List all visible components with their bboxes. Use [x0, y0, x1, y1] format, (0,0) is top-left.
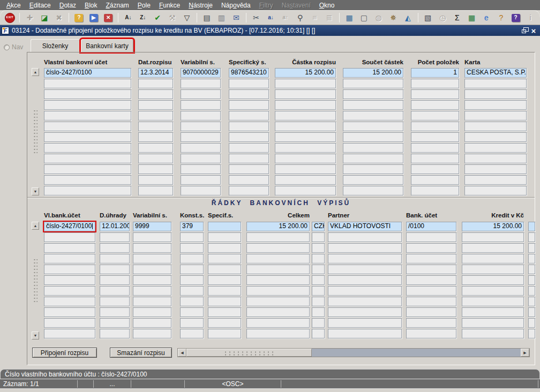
table-cell[interactable] [275, 111, 336, 120]
table-cell[interactable] [411, 79, 459, 88]
table-cell[interactable] [208, 275, 241, 285]
table-cell[interactable] [100, 254, 130, 263]
table-cell[interactable] [180, 307, 204, 317]
table-cell[interactable] [229, 164, 269, 174]
table-cell[interactable] [406, 243, 456, 253]
table-cell[interactable] [464, 122, 527, 131]
table-cell[interactable] [138, 79, 173, 88]
table-cell[interactable] [406, 297, 456, 306]
table-cell[interactable] [328, 232, 402, 242]
table-cell[interactable] [343, 186, 403, 195]
exit-button[interactable]: EXIT [3, 12, 16, 24]
table-cell[interactable] [462, 329, 524, 338]
menu-item-okno[interactable]: Okno [315, 1, 339, 10]
table-cell[interactable] [133, 265, 171, 274]
table-cell[interactable] [180, 254, 204, 263]
table-cell[interactable] [312, 329, 325, 338]
table-cell[interactable] [464, 132, 527, 142]
tab-slozenky[interactable]: Složenky [31, 39, 80, 52]
table-cell[interactable] [328, 297, 402, 306]
excel-icon[interactable]: ▦ [466, 12, 478, 24]
table-cell[interactable] [138, 111, 173, 120]
table-cell[interactable] [528, 318, 535, 328]
table-cell[interactable]: 1 [411, 68, 459, 78]
table-cell[interactable] [100, 275, 130, 285]
table-cell[interactable]: 15 200.00 [275, 68, 336, 78]
execute-query-icon[interactable]: ▶ [87, 12, 100, 24]
table-cell[interactable]: 15 200.00 [343, 68, 403, 78]
table-cell[interactable]: 379 [180, 222, 204, 231]
table-cell[interactable] [44, 232, 95, 242]
scroll-track[interactable] [32, 230, 39, 331]
print-icon[interactable]: ▤ [200, 12, 213, 24]
table-cell[interactable] [44, 286, 95, 296]
table-cell[interactable] [528, 265, 535, 274]
table-cell[interactable] [180, 286, 204, 296]
table-cell[interactable] [411, 89, 459, 99]
close-button[interactable]: × [529, 26, 538, 35]
table-cell[interactable] [343, 79, 403, 88]
table-cell[interactable] [44, 275, 95, 285]
table-cell[interactable] [462, 307, 524, 317]
table-cell[interactable]: 15 200.00 [462, 222, 524, 231]
table-cell[interactable] [138, 132, 173, 142]
sort-descending-icon[interactable]: Z↓ [137, 12, 149, 24]
table-cell[interactable] [411, 143, 459, 153]
table-cell[interactable] [343, 175, 403, 185]
table-cell[interactable] [44, 329, 95, 338]
cancel-query-icon[interactable]: ✕ [102, 12, 115, 24]
table-cell[interactable] [229, 111, 269, 120]
table-cell[interactable] [44, 186, 131, 195]
table-cell[interactable] [181, 143, 221, 153]
table-cell[interactable] [138, 100, 173, 110]
scroll-track[interactable] [32, 76, 39, 187]
table-cell[interactable] [229, 154, 269, 163]
table-cell[interactable] [464, 175, 527, 185]
table-cell[interactable] [180, 243, 204, 253]
table-cell[interactable] [312, 265, 325, 274]
table-cell[interactable] [343, 132, 403, 142]
table-cell[interactable] [180, 329, 204, 338]
table-cell[interactable] [208, 307, 241, 317]
menu-item-zaznam[interactable]: Záznam [101, 1, 133, 10]
table-cell[interactable] [133, 286, 171, 296]
table-cell[interactable] [181, 164, 221, 174]
table-cell[interactable] [138, 175, 173, 185]
table-cell[interactable] [229, 89, 269, 99]
table-cell[interactable] [100, 307, 130, 317]
table-cell[interactable] [229, 132, 269, 142]
table-cell[interactable] [275, 143, 336, 153]
menu-item-dotaz[interactable]: Dotaz [55, 1, 80, 10]
table-cell[interactable] [100, 318, 130, 328]
table-cell[interactable]: 9070000029 [181, 68, 221, 78]
table-cell[interactable] [100, 329, 130, 338]
table-cell[interactable] [100, 265, 130, 274]
table-cell[interactable] [229, 143, 269, 153]
find-icon[interactable]: ⚲ [294, 12, 306, 24]
table-cell[interactable] [462, 232, 524, 242]
table-cell[interactable] [464, 164, 527, 174]
table-cell[interactable] [343, 154, 403, 163]
table-cell[interactable] [406, 286, 456, 296]
table-cell[interactable] [44, 164, 131, 174]
window-import-icon[interactable]: ▦ [343, 12, 356, 24]
table-cell[interactable] [328, 307, 402, 317]
menu-item-pole[interactable]: Pole [133, 1, 155, 10]
table-cell[interactable] [133, 318, 171, 328]
table-cell[interactable]: číslo-2427/0100 [44, 222, 95, 231]
table-cell[interactable] [275, 132, 336, 142]
table-cell[interactable] [181, 122, 221, 131]
table-cell[interactable] [312, 307, 325, 317]
table-cell[interactable] [44, 254, 95, 263]
menu-item-napoveda[interactable]: Nápověda [217, 1, 255, 10]
delete-rozpis-button[interactable]: Smazání rozpisu [110, 348, 172, 358]
table-cell[interactable]: VKLAD HOTOVOSTI [328, 222, 402, 231]
table-cell[interactable] [312, 297, 325, 306]
browser-icon[interactable]: e [480, 12, 493, 24]
table-cell[interactable]: 12.3.2014 [138, 68, 173, 78]
table-cell[interactable] [133, 232, 171, 242]
commit-icon[interactable]: ✔ [151, 12, 164, 24]
table-cell[interactable] [462, 243, 524, 253]
table-cell[interactable] [275, 164, 336, 174]
table-cell[interactable] [312, 232, 325, 242]
